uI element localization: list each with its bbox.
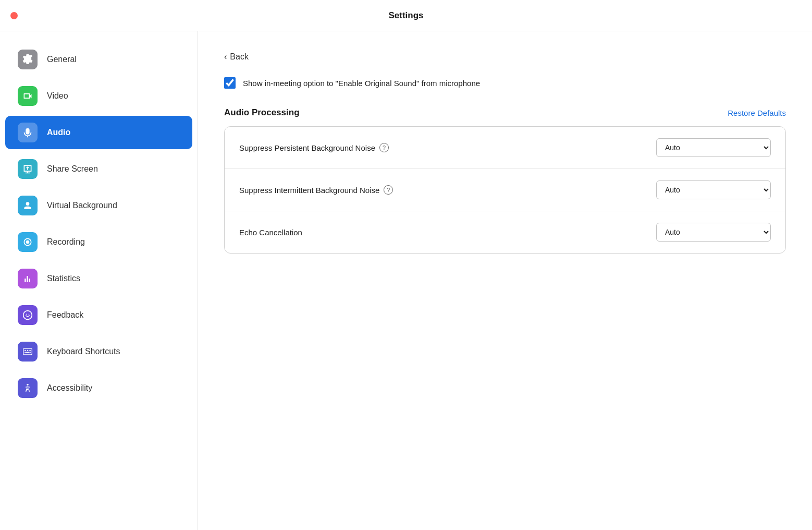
processing-row-1: Suppress Intermittent Background Noise?A…: [225, 169, 785, 211]
sidebar-item-statistics-label: Statistics: [47, 274, 80, 283]
processing-row-2: Echo CancellationAutoOnOff: [225, 211, 785, 253]
sidebar-item-share-screen[interactable]: Share Screen: [5, 152, 192, 186]
sidebar-item-audio-label: Audio: [47, 128, 70, 137]
processing-label-text-2: Echo Cancellation: [239, 228, 302, 237]
svg-rect-8: [27, 350, 29, 351]
sidebar-item-video-label: Video: [47, 91, 68, 101]
sidebar-item-statistics[interactable]: Statistics: [5, 262, 192, 295]
restore-defaults-button[interactable]: Restore Defaults: [728, 109, 786, 117]
keyboard-shortcuts-icon: [18, 342, 38, 362]
sidebar: GeneralVideoAudioShare ScreenVirtual Bac…: [0, 31, 198, 530]
sidebar-item-general[interactable]: General: [5, 43, 192, 76]
svg-rect-6: [23, 348, 32, 355]
processing-label-text-1: Suppress Intermittent Background Noise: [239, 186, 379, 195]
svg-point-0: [26, 202, 30, 206]
svg-point-2: [26, 240, 30, 244]
recording-icon: [18, 232, 38, 252]
window-title: Settings: [388, 10, 423, 21]
processing-select-0[interactable]: AutoLowMediumHighOff: [656, 138, 771, 157]
close-button[interactable]: [10, 12, 18, 19]
back-label: Back: [230, 52, 249, 62]
share-screen-icon: [18, 159, 38, 179]
original-sound-checkbox[interactable]: [224, 77, 236, 89]
title-bar: Settings: [0, 0, 812, 31]
content-area: ‹ Back Show in-meeting option to "Enable…: [198, 31, 812, 530]
statistics-icon: [18, 269, 38, 288]
window-controls: [10, 12, 18, 19]
virtual-background-icon: [18, 196, 38, 215]
sidebar-item-feedback[interactable]: Feedback: [5, 298, 192, 332]
sidebar-item-keyboard-shortcuts[interactable]: Keyboard Shortcuts: [5, 335, 192, 368]
original-sound-row: Show in-meeting option to "Enable Origin…: [224, 77, 786, 89]
sidebar-item-keyboard-shortcuts-label: Keyboard Shortcuts: [47, 347, 120, 356]
sidebar-item-virtual-background-label: Virtual Background: [47, 201, 117, 210]
back-arrow-icon: ‹: [224, 52, 227, 62]
svg-rect-7: [24, 350, 26, 351]
processing-select-1[interactable]: AutoLowMediumHighOff: [656, 180, 771, 199]
video-icon: [18, 86, 38, 106]
help-icon-0[interactable]: ?: [379, 143, 389, 152]
svg-rect-12: [29, 352, 31, 353]
audio-processing-title: Audio Processing: [224, 107, 300, 118]
processing-label-0: Suppress Persistent Background Noise?: [239, 143, 389, 152]
processing-row-0: Suppress Persistent Background Noise?Aut…: [225, 127, 785, 169]
help-icon-1[interactable]: ?: [384, 185, 393, 195]
svg-rect-11: [26, 352, 29, 353]
sidebar-item-recording[interactable]: Recording: [5, 225, 192, 259]
svg-point-13: [27, 384, 28, 386]
sidebar-item-virtual-background[interactable]: Virtual Background: [5, 189, 192, 222]
processing-label-text-0: Suppress Persistent Background Noise: [239, 143, 375, 152]
sidebar-item-general-label: General: [47, 55, 77, 64]
audio-processing-header: Audio Processing Restore Defaults: [224, 107, 786, 118]
sidebar-item-share-screen-label: Share Screen: [47, 164, 98, 174]
svg-point-3: [23, 311, 32, 320]
feedback-icon: [18, 305, 38, 325]
sidebar-item-recording-label: Recording: [47, 237, 85, 247]
sidebar-item-accessibility[interactable]: Accessibility: [5, 371, 192, 405]
main-layout: GeneralVideoAudioShare ScreenVirtual Bac…: [0, 31, 812, 530]
audio-processing-box: Suppress Persistent Background Noise?Aut…: [224, 126, 786, 254]
processing-label-2: Echo Cancellation: [239, 228, 302, 237]
sidebar-item-audio[interactable]: Audio: [5, 116, 192, 149]
svg-point-4: [26, 314, 27, 315]
original-sound-label: Show in-meeting option to "Enable Origin…: [243, 79, 480, 88]
accessibility-icon: [18, 378, 38, 398]
general-icon: [18, 50, 38, 69]
back-button[interactable]: ‹ Back: [224, 52, 786, 62]
svg-rect-9: [29, 350, 31, 351]
processing-select-2[interactable]: AutoOnOff: [656, 223, 771, 242]
sidebar-item-video[interactable]: Video: [5, 79, 192, 113]
audio-icon: [18, 123, 38, 142]
sidebar-item-accessibility-label: Accessibility: [47, 383, 92, 393]
processing-label-1: Suppress Intermittent Background Noise?: [239, 185, 393, 195]
sidebar-item-feedback-label: Feedback: [47, 310, 83, 320]
svg-point-5: [29, 314, 30, 315]
svg-rect-10: [24, 352, 26, 353]
